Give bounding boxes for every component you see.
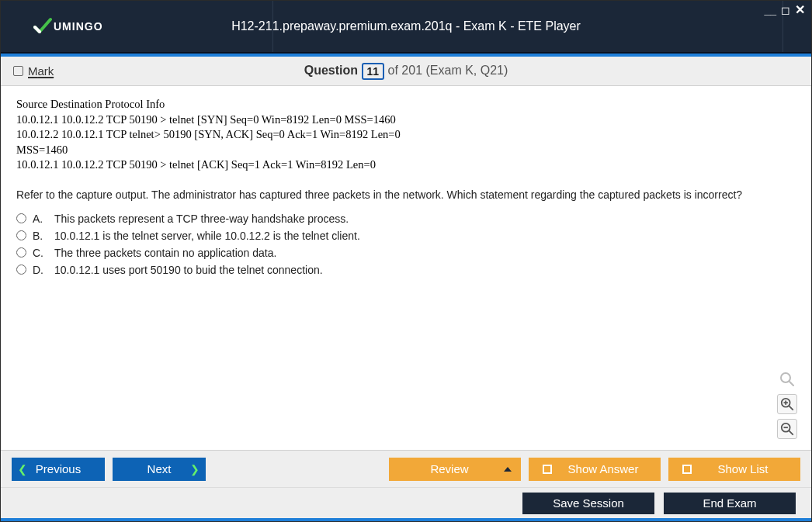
footer-session: Save Session End Exam xyxy=(1,487,811,521)
capture-line: 10.0.12.2 10.0.12.1 TCP telnet> 50190 [S… xyxy=(16,127,796,143)
previous-button[interactable]: ❮ Previous xyxy=(12,458,105,481)
title-bar: UMINGO H12-211.prepaway.premium.exam.201… xyxy=(1,1,811,54)
magnifier-icon[interactable] xyxy=(777,369,797,389)
option-c[interactable]: C. The three packets contain no applicat… xyxy=(16,244,796,261)
save-session-button[interactable]: Save Session xyxy=(522,493,654,514)
show-answer-label: Show Answer xyxy=(560,462,647,475)
app-window: UMINGO H12-211.prepaway.premium.exam.201… xyxy=(0,0,812,522)
zoom-out-button[interactable] xyxy=(777,419,797,439)
svg-line-3 xyxy=(789,406,793,410)
show-answer-button[interactable]: Show Answer xyxy=(529,458,661,481)
show-list-button[interactable]: Show List xyxy=(668,458,800,481)
chevron-up-icon xyxy=(504,467,512,472)
capture-line: Source Destination Protocol Info xyxy=(16,97,796,112)
svg-line-7 xyxy=(789,431,793,435)
end-exam-label: End Exam xyxy=(703,496,756,510)
chevron-left-icon: ❮ xyxy=(18,463,27,475)
window-title: H12-211.prepaway.premium.exam.201q - Exa… xyxy=(1,19,811,33)
brand-name: UMINGO xyxy=(54,20,103,33)
option-letter: D. xyxy=(33,264,48,276)
question-body: Source Destination Protocol Info 10.0.12… xyxy=(1,86,811,450)
chevron-right-icon: ❯ xyxy=(190,463,200,475)
option-letter: A. xyxy=(33,213,48,225)
capture-line: MSS=1460 xyxy=(16,143,796,158)
minimize-icon[interactable]: __ xyxy=(764,5,776,16)
question-preformatted: Source Destination Protocol Info 10.0.12… xyxy=(1,86,811,181)
show-list-label: Show List xyxy=(699,462,786,475)
option-letter: B. xyxy=(33,230,48,242)
question-counter: Question 11 of 201 (Exam K, Q21) xyxy=(1,63,811,80)
radio-icon xyxy=(16,264,26,275)
capture-line: 10.0.12.1 10.0.12.2 TCP 50190 > telnet [… xyxy=(16,112,796,128)
option-a[interactable]: A. This packets represent a TCP three-wa… xyxy=(16,210,796,227)
close-icon[interactable]: ✕ xyxy=(795,4,805,16)
question-header-bar: Mark Question 11 of 201 (Exam K, Q21) xyxy=(1,57,811,86)
save-session-label: Save Session xyxy=(553,496,624,510)
radio-icon xyxy=(16,230,26,240)
svg-point-0 xyxy=(781,373,790,382)
question-prompt: Refer to the capture output. The adminis… xyxy=(1,181,811,206)
review-label: Review xyxy=(403,462,496,475)
titlebar-divider xyxy=(272,1,273,52)
answer-options: A. This packets represent a TCP three-wa… xyxy=(1,206,811,283)
svg-line-1 xyxy=(789,382,793,385)
option-d[interactable]: D. 10.0.12.1 uses port 50190 to buid the… xyxy=(16,261,796,278)
option-text: The three packets contain no application… xyxy=(54,247,276,259)
option-text: 10.0.12.1 uses port 50190 to buid the te… xyxy=(54,264,323,276)
window-controls: __ ◻ ✕ xyxy=(764,4,805,16)
next-label: Next xyxy=(147,462,172,475)
option-letter: C. xyxy=(33,247,48,259)
question-number: 11 xyxy=(362,63,385,80)
question-total: of 201 (Exam K, Q21) xyxy=(388,64,508,77)
checkbox-icon xyxy=(682,465,692,474)
maximize-icon[interactable]: ◻ xyxy=(781,5,790,16)
checkbox-icon xyxy=(543,465,552,474)
previous-label: Previous xyxy=(36,462,81,475)
radio-icon xyxy=(16,213,26,223)
question-word: Question xyxy=(304,64,358,77)
capture-line: 10.0.12.1 10.0.12.2 TCP 50190 > telnet [… xyxy=(16,157,796,173)
next-button[interactable]: Next ❯ xyxy=(113,458,206,481)
zoom-tools xyxy=(777,369,797,439)
option-text: This packets represent a TCP three-way h… xyxy=(54,213,349,225)
footer-nav: ❮ Previous Next ❯ Review Show Answer Sho… xyxy=(1,450,811,487)
radio-icon xyxy=(16,247,26,258)
brand-logo: UMINGO xyxy=(32,16,103,36)
checkmark-icon xyxy=(32,16,52,36)
zoom-in-button[interactable] xyxy=(777,394,797,414)
option-b[interactable]: B. 10.0.12.1 is the telnet server, while… xyxy=(16,227,796,244)
review-button[interactable]: Review xyxy=(389,458,521,481)
end-exam-button[interactable]: End Exam xyxy=(664,493,796,514)
option-text: 10.0.12.1 is the telnet server, while 10… xyxy=(54,230,360,242)
